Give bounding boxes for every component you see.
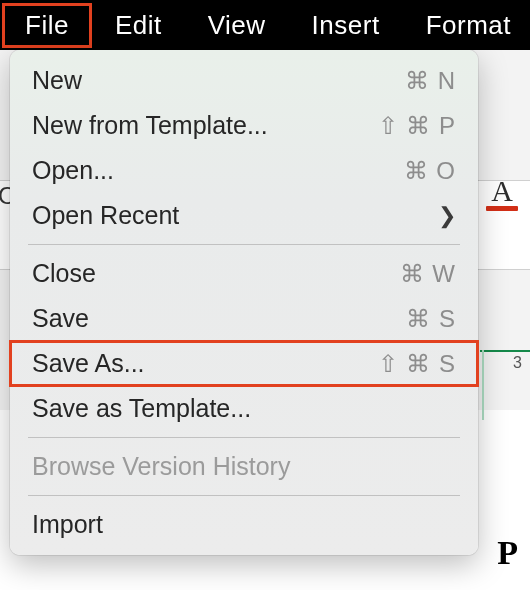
menu-item-label: New <box>32 66 405 95</box>
menubar-item-format[interactable]: Format <box>403 3 530 48</box>
menubar-label: Insert <box>312 10 380 40</box>
cell-text: P <box>497 534 518 572</box>
menu-item-new-from-template[interactable]: New from Template... ⇧ ⌘ P <box>10 103 478 148</box>
menubar-item-file[interactable]: File <box>2 3 92 48</box>
menu-item-save[interactable]: Save ⌘ S <box>10 296 478 341</box>
menu-item-label: Open Recent <box>32 201 434 230</box>
menubar-item-view[interactable]: View <box>185 3 289 48</box>
menu-item-label: Import <box>32 510 456 539</box>
menu-separator <box>28 244 460 245</box>
row-number: 3 <box>513 354 522 372</box>
menu-item-open-recent[interactable]: Open Recent ❯ <box>10 193 478 238</box>
menu-item-shortcut: ⌘ S <box>406 305 456 333</box>
menubar-item-insert[interactable]: Insert <box>289 3 403 48</box>
menu-separator <box>28 495 460 496</box>
menu-item-label: Save As... <box>32 349 378 378</box>
grid-line <box>482 350 484 420</box>
menu-item-label: Browse Version History <box>32 452 456 481</box>
menu-item-import[interactable]: Import <box>10 502 478 547</box>
menubar-item-edit[interactable]: Edit <box>92 3 185 48</box>
menubar-label: View <box>208 10 266 40</box>
menu-item-new[interactable]: New ⌘ N <box>10 58 478 103</box>
menu-item-label: Close <box>32 259 400 288</box>
menu-item-shortcut: ⌘ O <box>404 157 456 185</box>
menu-item-shortcut: ⇧ ⌘ P <box>378 112 456 140</box>
menubar-label: Format <box>426 10 511 40</box>
grid-line <box>480 350 530 352</box>
menu-item-browse-version-history: Browse Version History <box>10 444 478 489</box>
menubar-label: File <box>25 10 69 40</box>
menubar-label: Edit <box>115 10 162 40</box>
menu-item-shortcut: ⌘ W <box>400 260 456 288</box>
menu-item-shortcut: ⌘ N <box>405 67 456 95</box>
menu-item-open[interactable]: Open... ⌘ O <box>10 148 478 193</box>
menu-separator <box>28 437 460 438</box>
menu-item-save-as-template[interactable]: Save as Template... <box>10 386 478 431</box>
menu-item-shortcut: ⇧ ⌘ S <box>378 350 456 378</box>
menu-item-label: Save <box>32 304 406 333</box>
menu-item-close[interactable]: Close ⌘ W <box>10 251 478 296</box>
chevron-right-icon: ❯ <box>434 203 456 229</box>
menu-item-label: Open... <box>32 156 404 185</box>
menu-item-save-as[interactable]: Save As... ⇧ ⌘ S <box>10 341 478 386</box>
font-color-glyph: A <box>482 174 522 208</box>
menu-item-label: New from Template... <box>32 111 378 140</box>
file-menu-dropdown: New ⌘ N New from Template... ⇧ ⌘ P Open.… <box>10 50 478 555</box>
menubar: File Edit View Insert Format <box>0 0 530 50</box>
menu-item-label: Save as Template... <box>32 394 456 423</box>
font-color-button[interactable]: A <box>482 174 522 211</box>
